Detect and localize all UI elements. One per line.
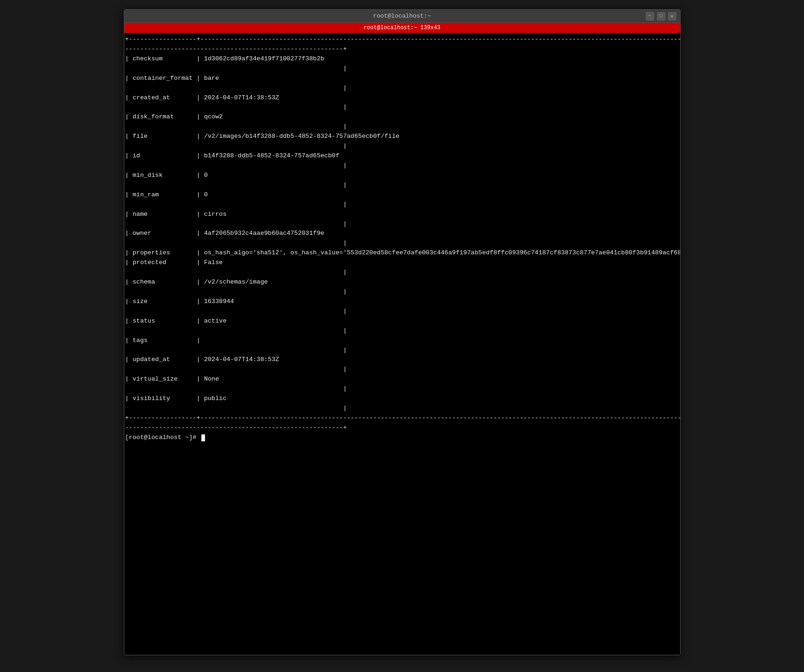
cursor — [201, 434, 205, 441]
maximize-button[interactable]: □ — [657, 12, 665, 20]
window-title: root@localhost:~ — [373, 13, 431, 19]
terminal-output: +------------------+--------------------… — [124, 35, 680, 433]
terminal-body[interactable]: +------------------+--------------------… — [124, 33, 680, 655]
close-button[interactable]: ✕ — [668, 12, 676, 20]
terminal-prompt-line[interactable]: [root@localhost ~]# — [124, 433, 680, 443]
window-controls: − □ ✕ — [646, 12, 676, 20]
tab-title: root@localhost:~ 139x43 — [364, 25, 441, 31]
title-bar: root@localhost:~ − □ ✕ — [124, 10, 680, 23]
tab-bar: root@localhost:~ 139x43 — [124, 23, 680, 33]
minimize-button[interactable]: − — [646, 12, 654, 20]
terminal-window: root@localhost:~ − □ ✕ root@localhost:~ … — [124, 9, 681, 655]
prompt-text: [root@localhost ~]# — [124, 433, 201, 443]
